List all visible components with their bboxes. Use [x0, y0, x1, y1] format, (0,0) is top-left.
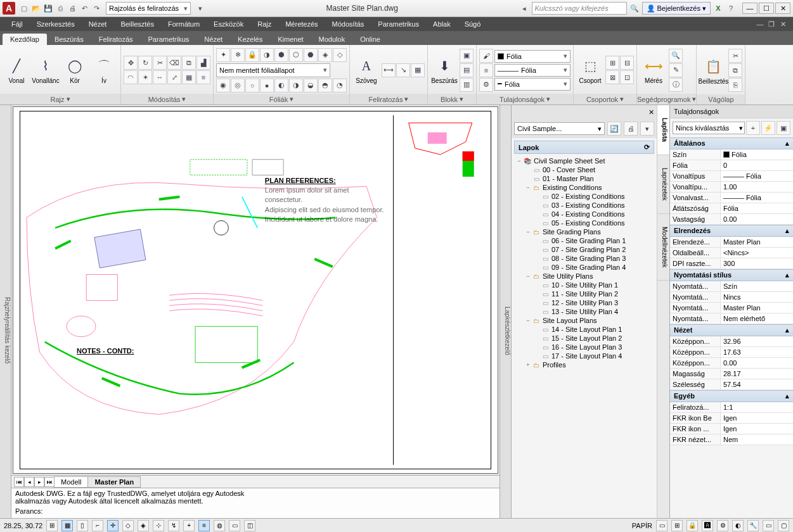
prop-value[interactable]: 0.00 — [721, 214, 793, 224]
rotate-button[interactable]: ↻ — [138, 56, 152, 70]
prop-row[interactable]: Magasság28.17 — [670, 369, 793, 379]
status-btn[interactable]: ▭ — [656, 520, 667, 531]
util-btn[interactable]: ⓘ — [669, 78, 683, 92]
prop-button[interactable]: ⚙ — [479, 78, 493, 92]
offset-button[interactable]: ≡ — [197, 70, 210, 84]
login-button[interactable]: 👤Bejelentkezés▾ — [642, 2, 711, 15]
status-3dosnap[interactable]: ◈ — [138, 520, 149, 531]
block-btn[interactable]: ▥ — [460, 78, 474, 92]
ss-tab-sheetviews[interactable]: Lapnézetek — [657, 155, 669, 214]
prop-value[interactable]: 32.96 — [721, 336, 793, 346]
layer-btn[interactable]: ◔ — [333, 79, 347, 92]
first-tab-button[interactable]: ⏮ — [14, 477, 24, 487]
layer-btn[interactable]: ◑ — [260, 48, 274, 62]
drawing-canvas[interactable]: PLAN REFERENCES: Lorem ipsum dolor sit a… — [13, 106, 498, 474]
status-btn[interactable]: 🔧 — [747, 520, 759, 531]
tree-sheet[interactable]: ▭13 - Site Utility Plan 4 — [515, 307, 653, 316]
tree-subset[interactable]: −🗀Site Grading Plans — [515, 227, 653, 236]
menu-window[interactable]: Ablak — [427, 19, 457, 29]
tab-home[interactable]: Kezdőlap — [3, 34, 47, 45]
status-snap[interactable]: ▦ — [61, 520, 73, 531]
text-button[interactable]: ASzöveg — [352, 50, 380, 91]
prop-value[interactable]: 0 — [721, 160, 793, 170]
tree-subset[interactable]: −🗀Existing Conditions — [515, 183, 653, 192]
status-grid[interactable]: ▯ — [77, 520, 88, 531]
status-sc[interactable]: ◫ — [244, 520, 255, 531]
prop-row[interactable]: Feliratozá...1:1 — [670, 402, 793, 413]
prop-value[interactable]: Fólia — [721, 149, 793, 160]
prop-category[interactable]: Nézet▴ — [670, 324, 793, 336]
save-icon[interactable]: 💾 — [43, 3, 53, 13]
arc-button[interactable]: ⌒Ív — [90, 50, 118, 91]
prop-value[interactable]: 300 — [721, 258, 793, 269]
explode-button[interactable]: ✶ — [138, 70, 152, 84]
menu-dimension[interactable]: Méretezés — [279, 19, 324, 29]
copy-clip-button[interactable]: ⧉ — [728, 63, 742, 77]
sheetset-combo[interactable]: Civil Sample... — [514, 122, 605, 135]
menu-format[interactable]: Formátum — [162, 19, 206, 29]
layer-btn[interactable]: ✦ — [216, 48, 230, 62]
tree-subset[interactable]: −🗀Site Layout Plans — [515, 316, 653, 325]
status-tpy[interactable]: ◍ — [214, 520, 225, 531]
tree-sheet[interactable]: ▭03 - Existing Conditions — [515, 201, 653, 210]
next-tab-button[interactable]: ▸ — [34, 477, 44, 487]
tree-sheet[interactable]: ▭05 - Existing Conditions — [515, 218, 653, 227]
status-ortho[interactable]: ⌐ — [92, 520, 103, 531]
chevron-down-icon[interactable]: ▾ — [546, 95, 550, 103]
chevron-down-icon[interactable]: ▾ — [67, 95, 70, 103]
prop-row[interactable]: FKR ikon ...Igen — [670, 424, 793, 434]
status-ws[interactable]: ◐ — [732, 520, 744, 531]
prop-row[interactable]: Nyomtatá...Master Plan — [670, 303, 793, 314]
prop-value[interactable]: 17.63 — [721, 347, 793, 357]
tree-sheet[interactable]: ▭10 - Site Utility Plan 1 — [515, 281, 653, 289]
layer-btn[interactable]: ⬡ — [289, 48, 303, 62]
chevron-down-icon[interactable]: ▾ — [404, 95, 408, 103]
paper-label[interactable]: PAPÍR — [632, 522, 652, 529]
status-polar[interactable]: ✛ — [107, 520, 119, 531]
layer-btn[interactable]: ◑ — [289, 79, 303, 92]
grp-btn[interactable]: ⊟ — [620, 56, 634, 70]
layout-tab-masterplan[interactable]: Master Plan — [87, 476, 141, 488]
tree-sheet[interactable]: ▭02 - Existing Conditions — [515, 192, 653, 201]
insert-button[interactable]: ⬇Beszúrás — [430, 50, 458, 91]
status-lwt[interactable]: ≡ — [198, 520, 210, 531]
status-btn[interactable]: ▭ — [763, 520, 774, 531]
prop-value[interactable]: Nem — [721, 434, 793, 445]
tab-manage[interactable]: Kezelés — [230, 34, 270, 45]
refresh-icon[interactable]: ⟳ — [644, 143, 650, 151]
stretch-button[interactable]: ↔ — [153, 70, 167, 84]
prop-value[interactable]: <Nincs> — [721, 248, 793, 258]
prop-value[interactable]: Master Plan — [721, 303, 793, 313]
layer-btn[interactable]: ◒ — [304, 79, 318, 92]
status-clean[interactable]: ▢ — [778, 520, 789, 531]
status-infer[interactable]: ⊞ — [46, 520, 58, 531]
command-line[interactable]: Autodesk DWG. Ez a fájl egy TrustedDWG, … — [11, 488, 500, 518]
prop-value[interactable]: 1.00 — [721, 182, 793, 192]
doc-restore-icon[interactable]: ❐ — [766, 19, 777, 29]
prop-row[interactable]: ÁtlátszóságFólia — [670, 203, 793, 214]
layout-tab-model[interactable]: Modell — [54, 476, 88, 488]
array-button[interactable]: ▦ — [182, 70, 196, 84]
search-input[interactable]: Kulcsszó vagy kifejezés — [532, 2, 627, 15]
doc-minimize-icon[interactable]: — — [755, 19, 765, 29]
measure-button[interactable]: ⟷Mérés — [640, 50, 667, 91]
cut-button[interactable]: ✂ — [728, 49, 742, 63]
line-button[interactable]: ╱Vonal — [3, 50, 30, 91]
help-icon[interactable]: ? — [726, 3, 736, 13]
tab-modules[interactable]: Modulok — [311, 34, 353, 45]
prop-row[interactable]: Nyomtatá...Nincs — [670, 292, 793, 303]
ss-btn[interactable]: 🖨 — [624, 122, 638, 136]
tree-sheet[interactable]: ▭15 - Site Layout Plan 2 — [515, 334, 653, 343]
prop-row[interactable]: SzínFólia — [670, 149, 793, 160]
last-tab-button[interactable]: ⏭ — [44, 477, 55, 487]
recovery-palette-tab[interactable]: Rajzhelyreállítás kezelő — [0, 105, 11, 518]
prop-value[interactable]: Nem elérhető — [721, 314, 793, 324]
prop-value[interactable]: Nincs — [721, 292, 793, 302]
prop-value[interactable]: Igen — [721, 413, 793, 423]
status-btn[interactable]: 🅰 — [702, 520, 713, 531]
ss-tab-sheetlist[interactable]: Laplista — [657, 105, 669, 155]
prop-category[interactable]: Általános▴ — [670, 137, 793, 149]
color-combo[interactable]: Fólia — [494, 50, 571, 63]
menu-tools[interactable]: Eszközök — [207, 19, 250, 29]
tree-subset[interactable]: +🗀Profiles — [515, 360, 653, 369]
